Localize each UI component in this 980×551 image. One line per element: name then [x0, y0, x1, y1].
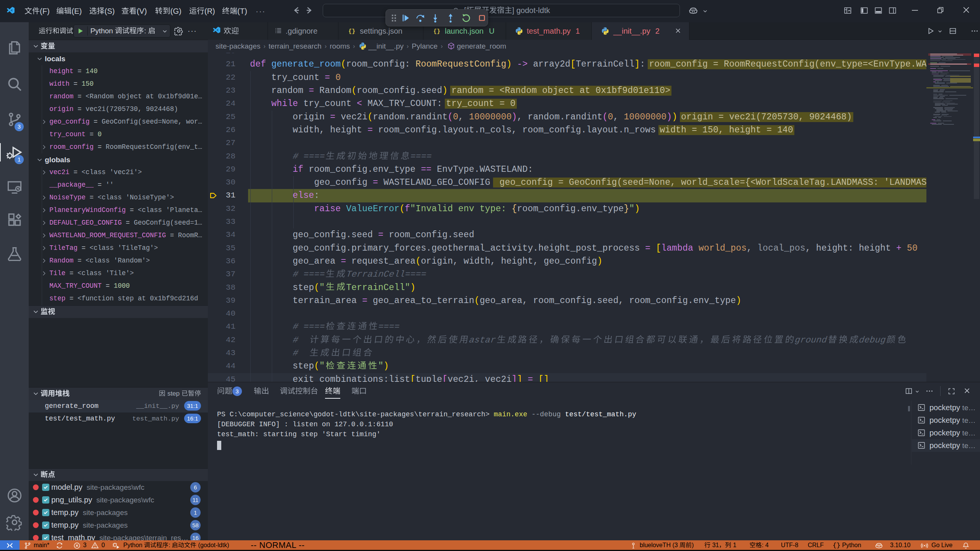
svg-text:{}: {}: [348, 28, 355, 35]
svg-text:{}: {}: [433, 28, 440, 35]
